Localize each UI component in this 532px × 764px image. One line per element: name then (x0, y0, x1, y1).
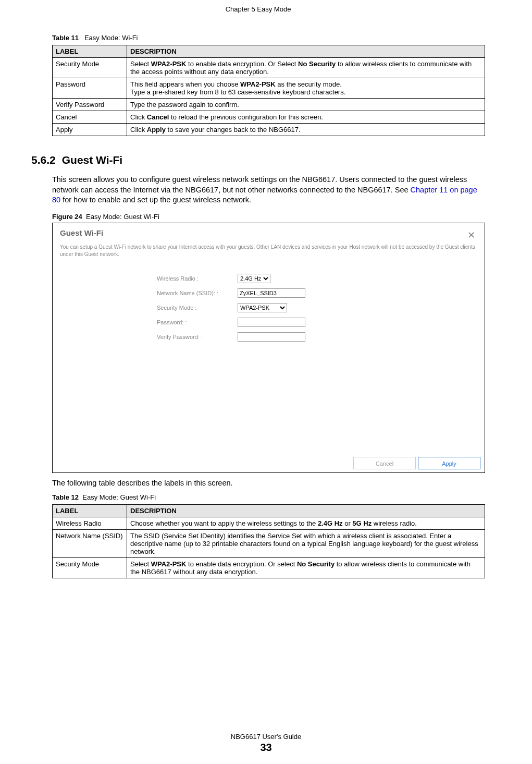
cell-desc: Select WPA2-PSK to enable data encryptio… (127, 558, 485, 578)
text: This screen allows you to configure gues… (52, 175, 467, 194)
cell-desc: Choose whether you want to apply the wir… (127, 517, 485, 530)
figure-caption: Figure 24 Easy Mode: Guest Wi-Fi (52, 213, 485, 221)
form-row-wireless-radio: Wireless Radio : 2.4G Hz (157, 274, 485, 283)
text: Select (130, 560, 151, 568)
form-row-security-mode: Security Mode : WPA2-PSK (157, 303, 485, 312)
section-title: Guest Wi-Fi (62, 154, 122, 166)
th-label: LABEL (53, 45, 127, 58)
password-input[interactable] (238, 318, 305, 327)
cell-label: Security Mode (53, 58, 127, 78)
table11-caption-prefix: Table 11 (52, 34, 79, 42)
page-number: 33 (0, 742, 532, 754)
table-header-row: LABEL DESCRIPTION (53, 505, 485, 517)
text: to enable data encryption. Or Select (186, 60, 298, 68)
th-label: LABEL (53, 505, 127, 517)
ssid-input[interactable] (238, 288, 305, 298)
table12-caption-prefix: Table 12 (52, 493, 79, 501)
post-figure-paragraph: The following table describes the labels… (52, 478, 485, 489)
section-body: This screen allows you to configure gues… (52, 175, 485, 578)
text: for how to enable and set up the guest w… (60, 196, 251, 204)
table-row: Wireless Radio Choose whether you want t… (53, 517, 485, 530)
security-mode-select[interactable]: WPA2-PSK (238, 303, 287, 312)
verify-password-input[interactable] (238, 332, 305, 342)
cell-label: Password (53, 78, 127, 99)
cell-label: Security Mode (53, 558, 127, 578)
apply-button[interactable]: Apply (418, 457, 480, 469)
cell-label: Apply (53, 124, 127, 136)
table12-caption: Table 12 Easy Mode: Guest Wi-Fi (52, 493, 485, 501)
cell-desc: The SSID (Service Set IDentity) identifi… (127, 530, 485, 558)
table-row: Verify Password Type the password again … (53, 99, 485, 111)
bold-text: WPA2-PSK (151, 560, 187, 568)
bold-text: 2.4G Hz (318, 519, 343, 527)
section-number: 5.6.2 (31, 154, 56, 166)
bold-text: Apply (147, 126, 166, 134)
text: Select (130, 60, 151, 68)
table-header-row: LABEL DESCRIPTION (53, 45, 485, 58)
form-row-password: Password: : (157, 318, 485, 327)
section-heading: 5.6.2Guest Wi-Fi (31, 154, 485, 166)
th-desc: DESCRIPTION (127, 505, 485, 517)
panel-description: You can setup a Guest Wi-Fi network to s… (53, 238, 485, 258)
password-label: Password: : (157, 319, 238, 325)
bold-text: Cancel (147, 113, 169, 121)
table-row: Security Mode Select WPA2-PSK to enable … (53, 558, 485, 578)
table-row: Password This field appears when you cho… (53, 78, 485, 99)
security-mode-label: Security Mode : (157, 305, 238, 311)
bold-text: 5G Hz (352, 519, 372, 527)
wireless-radio-label: Wireless Radio : (157, 275, 238, 282)
table12: LABEL DESCRIPTION Wireless Radio Choose … (52, 504, 485, 578)
bold-text: No Security (298, 60, 336, 68)
table-row: Security Mode Select WPA2-PSK to enable … (53, 58, 485, 78)
table11-caption: Table 11 Easy Mode: Wi-Fi (52, 34, 485, 42)
cell-desc: Click Apply to save your changes back to… (127, 124, 485, 136)
text: to enable data encryption. Or select (186, 560, 296, 568)
page: Chapter 5 Easy Mode Table 11 Easy Mode: … (0, 0, 532, 764)
verify-password-label: Verify Password: : (157, 334, 238, 340)
cell-label: Cancel (53, 111, 127, 124)
table-row: Cancel Click Cancel to reload the previo… (53, 111, 485, 124)
cell-label: Network Name (SSID) (53, 530, 127, 558)
cell-label: Wireless Radio (53, 517, 127, 530)
th-desc: DESCRIPTION (127, 45, 485, 58)
bold-text: No Security (297, 560, 335, 568)
cancel-button[interactable]: Cancel (353, 457, 416, 469)
section-paragraph: This screen allows you to configure gues… (52, 175, 485, 205)
cell-desc: Select WPA2-PSK to enable data encryptio… (127, 58, 485, 78)
guest-wifi-form: Wireless Radio : 2.4G Hz Network Name (S… (157, 274, 485, 342)
cell-desc: Type the password again to confirm. (127, 99, 485, 111)
table-row: Network Name (SSID) The SSID (Service Se… (53, 530, 485, 558)
table-row: Apply Click Apply to save your changes b… (53, 124, 485, 136)
ssid-label: Network Name (SSID): : (157, 290, 238, 296)
bold-text: WPA2-PSK (151, 60, 187, 68)
table11-block: Table 11 Easy Mode: Wi-Fi LABEL DESCRIPT… (52, 34, 485, 136)
text: Choose whether you want to apply the wir… (130, 519, 318, 527)
form-row-verify-password: Verify Password: : (157, 332, 485, 342)
running-header: Chapter 5 Easy Mode (31, 5, 485, 13)
figure-caption-text: Easy Mode: Guest Wi-Fi (86, 213, 159, 221)
text: to reload the previous configuration for… (169, 113, 323, 121)
panel-title: Guest Wi-Fi (53, 223, 485, 238)
wireless-radio-select[interactable]: 2.4G Hz (238, 274, 270, 283)
close-icon[interactable]: ✕ (467, 229, 475, 241)
cell-label: Verify Password (53, 99, 127, 111)
figure-screenshot: Guest Wi-Fi ✕ You can setup a Guest Wi-F… (52, 223, 485, 473)
figure-caption-prefix: Figure 24 (52, 213, 82, 221)
text: wireless radio. (372, 519, 417, 527)
bold-text: WPA2-PSK (240, 80, 276, 88)
form-row-ssid: Network Name (SSID): : (157, 288, 485, 298)
text: to save your changes back to the NBG6617… (166, 126, 301, 134)
text: This field appears when you choose (130, 80, 240, 88)
text: or (343, 519, 353, 527)
text: Click (130, 113, 147, 121)
table11-caption-text: Easy Mode: Wi-Fi (84, 34, 138, 42)
panel-button-bar: Cancel Apply (353, 457, 480, 469)
text: as the security mode. (276, 80, 342, 88)
cell-desc: This field appears when you choose WPA2-… (127, 78, 485, 99)
footer-guide-title: NBG6617 User's Guide (231, 733, 301, 741)
text: Click (130, 126, 147, 134)
table11: LABEL DESCRIPTION Security Mode Select W… (52, 45, 485, 136)
cell-desc: Click Cancel to reload the previous conf… (127, 111, 485, 124)
table12-caption-text: Easy Mode: Guest Wi-Fi (82, 493, 156, 501)
text: Type a pre-shared key from 8 to 63 case-… (130, 88, 345, 96)
